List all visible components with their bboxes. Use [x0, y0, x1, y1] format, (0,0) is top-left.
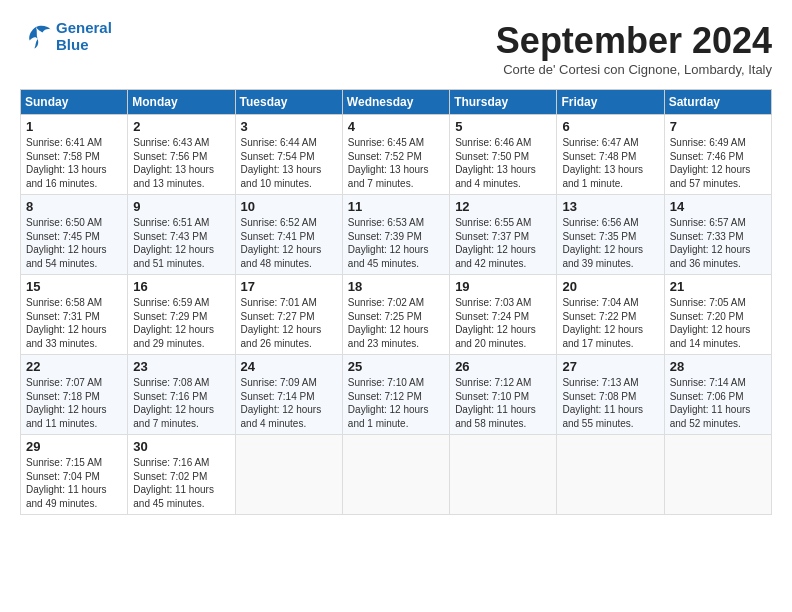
day-info: Sunrise: 6:49 AM Sunset: 7:46 PM Dayligh… [670, 136, 766, 190]
day-number: 22 [26, 359, 122, 374]
day-info: Sunrise: 6:47 AM Sunset: 7:48 PM Dayligh… [562, 136, 658, 190]
day-number: 13 [562, 199, 658, 214]
day-info: Sunrise: 6:57 AM Sunset: 7:33 PM Dayligh… [670, 216, 766, 270]
calendar-cell: 14Sunrise: 6:57 AM Sunset: 7:33 PM Dayli… [664, 195, 771, 275]
day-info: Sunrise: 6:43 AM Sunset: 7:56 PM Dayligh… [133, 136, 229, 190]
calendar-cell: 12Sunrise: 6:55 AM Sunset: 7:37 PM Dayli… [450, 195, 557, 275]
calendar-cell: 10Sunrise: 6:52 AM Sunset: 7:41 PM Dayli… [235, 195, 342, 275]
day-info: Sunrise: 7:01 AM Sunset: 7:27 PM Dayligh… [241, 296, 337, 350]
day-info: Sunrise: 6:55 AM Sunset: 7:37 PM Dayligh… [455, 216, 551, 270]
calendar-week-1: 1Sunrise: 6:41 AM Sunset: 7:58 PM Daylig… [21, 115, 772, 195]
day-number: 20 [562, 279, 658, 294]
column-header-thursday: Thursday [450, 90, 557, 115]
calendar-cell: 27Sunrise: 7:13 AM Sunset: 7:08 PM Dayli… [557, 355, 664, 435]
calendar-cell: 3Sunrise: 6:44 AM Sunset: 7:54 PM Daylig… [235, 115, 342, 195]
column-header-friday: Friday [557, 90, 664, 115]
day-info: Sunrise: 7:16 AM Sunset: 7:02 PM Dayligh… [133, 456, 229, 510]
calendar-week-3: 15Sunrise: 6:58 AM Sunset: 7:31 PM Dayli… [21, 275, 772, 355]
calendar-week-4: 22Sunrise: 7:07 AM Sunset: 7:18 PM Dayli… [21, 355, 772, 435]
day-number: 18 [348, 279, 444, 294]
day-info: Sunrise: 6:45 AM Sunset: 7:52 PM Dayligh… [348, 136, 444, 190]
calendar-cell: 7Sunrise: 6:49 AM Sunset: 7:46 PM Daylig… [664, 115, 771, 195]
calendar-cell: 21Sunrise: 7:05 AM Sunset: 7:20 PM Dayli… [664, 275, 771, 355]
calendar-cell [342, 435, 449, 515]
calendar-week-5: 29Sunrise: 7:15 AM Sunset: 7:04 PM Dayli… [21, 435, 772, 515]
calendar-cell: 24Sunrise: 7:09 AM Sunset: 7:14 PM Dayli… [235, 355, 342, 435]
day-number: 25 [348, 359, 444, 374]
day-number: 12 [455, 199, 551, 214]
day-info: Sunrise: 7:12 AM Sunset: 7:10 PM Dayligh… [455, 376, 551, 430]
column-header-sunday: Sunday [21, 90, 128, 115]
day-number: 9 [133, 199, 229, 214]
day-number: 7 [670, 119, 766, 134]
calendar-cell: 8Sunrise: 6:50 AM Sunset: 7:45 PM Daylig… [21, 195, 128, 275]
column-header-monday: Monday [128, 90, 235, 115]
day-number: 21 [670, 279, 766, 294]
day-info: Sunrise: 6:44 AM Sunset: 7:54 PM Dayligh… [241, 136, 337, 190]
calendar-cell: 29Sunrise: 7:15 AM Sunset: 7:04 PM Dayli… [21, 435, 128, 515]
day-info: Sunrise: 7:08 AM Sunset: 7:16 PM Dayligh… [133, 376, 229, 430]
day-info: Sunrise: 7:09 AM Sunset: 7:14 PM Dayligh… [241, 376, 337, 430]
day-number: 5 [455, 119, 551, 134]
calendar-cell: 5Sunrise: 6:46 AM Sunset: 7:50 PM Daylig… [450, 115, 557, 195]
calendar-cell [450, 435, 557, 515]
location-subtitle: Corte de' Cortesi con Cignone, Lombardy,… [496, 62, 772, 77]
day-number: 8 [26, 199, 122, 214]
column-header-tuesday: Tuesday [235, 90, 342, 115]
day-number: 28 [670, 359, 766, 374]
day-info: Sunrise: 7:05 AM Sunset: 7:20 PM Dayligh… [670, 296, 766, 350]
day-number: 4 [348, 119, 444, 134]
logo-icon [20, 23, 52, 51]
day-number: 17 [241, 279, 337, 294]
day-number: 15 [26, 279, 122, 294]
calendar-cell: 26Sunrise: 7:12 AM Sunset: 7:10 PM Dayli… [450, 355, 557, 435]
day-number: 24 [241, 359, 337, 374]
day-number: 2 [133, 119, 229, 134]
day-info: Sunrise: 7:07 AM Sunset: 7:18 PM Dayligh… [26, 376, 122, 430]
day-info: Sunrise: 7:03 AM Sunset: 7:24 PM Dayligh… [455, 296, 551, 350]
calendar-cell: 22Sunrise: 7:07 AM Sunset: 7:18 PM Dayli… [21, 355, 128, 435]
calendar-cell: 18Sunrise: 7:02 AM Sunset: 7:25 PM Dayli… [342, 275, 449, 355]
day-info: Sunrise: 6:50 AM Sunset: 7:45 PM Dayligh… [26, 216, 122, 270]
calendar-cell [664, 435, 771, 515]
day-info: Sunrise: 7:14 AM Sunset: 7:06 PM Dayligh… [670, 376, 766, 430]
calendar-cell: 20Sunrise: 7:04 AM Sunset: 7:22 PM Dayli… [557, 275, 664, 355]
calendar-cell: 17Sunrise: 7:01 AM Sunset: 7:27 PM Dayli… [235, 275, 342, 355]
calendar-cell [557, 435, 664, 515]
calendar-cell: 6Sunrise: 6:47 AM Sunset: 7:48 PM Daylig… [557, 115, 664, 195]
day-number: 27 [562, 359, 658, 374]
calendar-cell: 9Sunrise: 6:51 AM Sunset: 7:43 PM Daylig… [128, 195, 235, 275]
day-number: 19 [455, 279, 551, 294]
day-info: Sunrise: 6:46 AM Sunset: 7:50 PM Dayligh… [455, 136, 551, 190]
day-info: Sunrise: 6:53 AM Sunset: 7:39 PM Dayligh… [348, 216, 444, 270]
calendar-cell: 4Sunrise: 6:45 AM Sunset: 7:52 PM Daylig… [342, 115, 449, 195]
day-info: Sunrise: 7:02 AM Sunset: 7:25 PM Dayligh… [348, 296, 444, 350]
column-header-wednesday: Wednesday [342, 90, 449, 115]
calendar-week-2: 8Sunrise: 6:50 AM Sunset: 7:45 PM Daylig… [21, 195, 772, 275]
day-info: Sunrise: 7:15 AM Sunset: 7:04 PM Dayligh… [26, 456, 122, 510]
day-number: 26 [455, 359, 551, 374]
calendar-cell [235, 435, 342, 515]
day-number: 10 [241, 199, 337, 214]
calendar-cell: 1Sunrise: 6:41 AM Sunset: 7:58 PM Daylig… [21, 115, 128, 195]
calendar-cell: 23Sunrise: 7:08 AM Sunset: 7:16 PM Dayli… [128, 355, 235, 435]
day-info: Sunrise: 6:56 AM Sunset: 7:35 PM Dayligh… [562, 216, 658, 270]
calendar-cell: 28Sunrise: 7:14 AM Sunset: 7:06 PM Dayli… [664, 355, 771, 435]
logo: General Blue [20, 20, 112, 53]
day-number: 6 [562, 119, 658, 134]
logo-text: General Blue [56, 20, 112, 53]
day-number: 14 [670, 199, 766, 214]
day-info: Sunrise: 6:51 AM Sunset: 7:43 PM Dayligh… [133, 216, 229, 270]
calendar-cell: 11Sunrise: 6:53 AM Sunset: 7:39 PM Dayli… [342, 195, 449, 275]
day-info: Sunrise: 7:10 AM Sunset: 7:12 PM Dayligh… [348, 376, 444, 430]
day-number: 11 [348, 199, 444, 214]
day-number: 3 [241, 119, 337, 134]
page-header: General Blue September 2024 Corte de' Co… [20, 20, 772, 85]
day-number: 1 [26, 119, 122, 134]
calendar-cell: 19Sunrise: 7:03 AM Sunset: 7:24 PM Dayli… [450, 275, 557, 355]
calendar-cell: 15Sunrise: 6:58 AM Sunset: 7:31 PM Dayli… [21, 275, 128, 355]
calendar-cell: 13Sunrise: 6:56 AM Sunset: 7:35 PM Dayli… [557, 195, 664, 275]
day-number: 16 [133, 279, 229, 294]
calendar-cell: 25Sunrise: 7:10 AM Sunset: 7:12 PM Dayli… [342, 355, 449, 435]
month-title: September 2024 [496, 20, 772, 62]
